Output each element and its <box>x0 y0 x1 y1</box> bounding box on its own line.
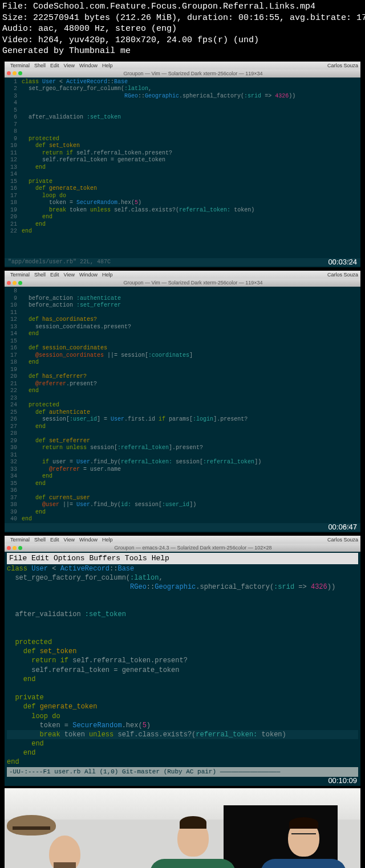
menu-view: View <box>64 63 75 68</box>
minimize-icon <box>13 71 17 75</box>
video-label: Video: <box>2 35 33 45</box>
close-icon <box>7 546 11 550</box>
thumbnail-frame-2: Terminal Shell Edit View Window Help Car… <box>5 271 360 532</box>
mac-menubar: Terminal Shell Edit View Window Help Car… <box>5 271 360 279</box>
minimize-icon <box>13 546 17 550</box>
menu-shell: Shell <box>34 63 46 68</box>
menu-edit: Edit <box>50 63 59 68</box>
window-title: Groupon — emacs-24.3 — Solarized Dark xt… <box>28 545 358 551</box>
code-editor: 8 9 before_action :authenticate 10 befor… <box>5 287 360 532</box>
size-value: 222570941 bytes (212.26 MiB), duration: … <box>33 13 365 23</box>
zoom-icon <box>18 71 22 75</box>
zoom-icon <box>18 281 22 285</box>
audio-label: Audio: <box>2 24 33 34</box>
close-icon <box>7 71 11 75</box>
audio-value: aac, 48000 Hz, stereo (eng) <box>38 24 177 34</box>
vim-status-line: 40,1 <box>5 523 360 532</box>
mac-menubar: Terminal Shell Edit View Window Help Car… <box>5 536 360 544</box>
menu-help: Help <box>102 63 113 68</box>
menubar-user: Carlos Souza <box>327 63 358 68</box>
window-titlebar: Groupon — emacs-24.3 — Solarized Dark xt… <box>5 544 360 552</box>
timestamp: 00:06:47 <box>328 523 357 531</box>
thumbnail-frame-3: Terminal Shell Edit View Window Help Car… <box>5 536 360 786</box>
person-left <box>16 820 113 868</box>
window-title: Groupon — Vim — Solarized Dark xterm-256… <box>28 71 358 76</box>
video-value: h264, yuv420p, 1280x720, 24.00 fps(r) (u… <box>38 35 259 45</box>
zoom-icon <box>18 546 22 550</box>
window-titlebar: Groupon — Vim — Solarized Dark xterm-256… <box>5 279 360 287</box>
generated-line: Generated by Thumbnail me <box>2 46 131 56</box>
timestamp: 00:03:24 <box>328 258 357 266</box>
code-editor: File Edit Options Buffers Tools Help cla… <box>5 552 360 786</box>
close-icon <box>7 281 11 285</box>
status-left: "app/models/user.rb" 22L, 487C <box>8 259 111 266</box>
file-name: CodeSchool.com.Feature.Focus.Groupon.Ref… <box>33 2 315 11</box>
thumbnail-frame-4: CIRCUIT 00:13:52 <box>5 788 360 868</box>
person-center <box>147 820 238 868</box>
menu-terminal: Terminal <box>10 63 30 68</box>
window-titlebar: Groupon — Vim — Solarized Dark xterm-256… <box>5 70 360 78</box>
file-label: File: <box>2 2 28 11</box>
minimize-icon <box>13 281 17 285</box>
code-editor: 1class User < ActiveRecord::Base 2 set_r… <box>5 78 360 268</box>
timestamp: 00:10:09 <box>328 776 357 785</box>
emacs-status-line: -UU-:----F1 user.rb All (1,0) Git-master… <box>7 767 358 777</box>
vim-status-line: "app/models/user.rb" 22L, 487C 6,1 All <box>5 258 360 267</box>
menu-window: Window <box>79 63 98 68</box>
file-info-header: File: CodeSchool.com.Feature.Focus.Group… <box>0 0 365 58</box>
person-right <box>258 820 349 868</box>
size-label: Size: <box>2 13 28 23</box>
thumbnail-frame-1: Terminal Shell Edit View Window Help Car… <box>5 62 360 268</box>
emacs-menubar: File Edit Options Buffers Tools Help <box>7 553 358 564</box>
mac-menubar: Terminal Shell Edit View Window Help Car… <box>5 62 360 70</box>
fedora-hat <box>7 815 56 836</box>
